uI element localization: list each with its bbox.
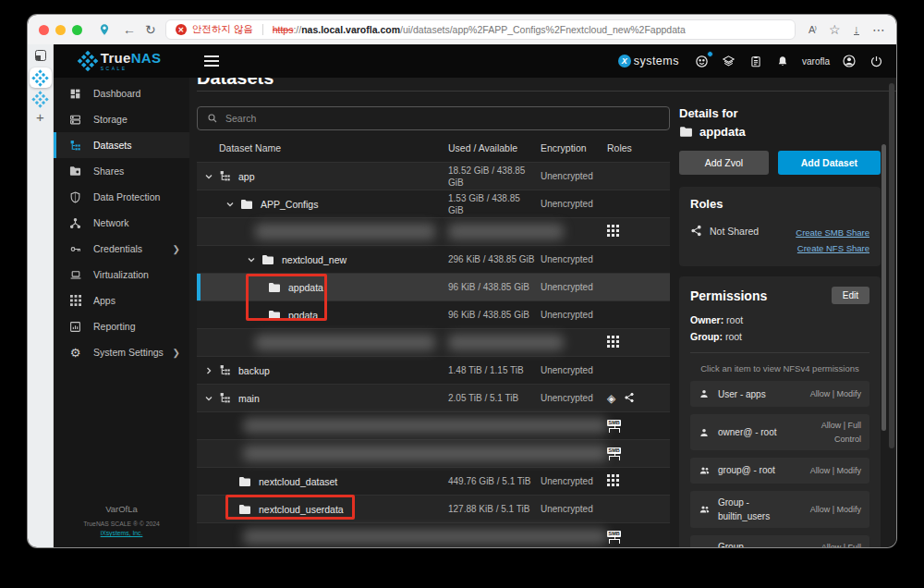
encryption-state: Unencrypted: [541, 393, 607, 403]
acl-item-builtin-users[interactable]: Group - builtin_users Allow | Modify: [690, 491, 869, 528]
sidebar-item-reporting[interactable]: Reporting: [54, 313, 189, 339]
acl-perm: Allow | Modify: [804, 503, 861, 516]
edit-permissions-button[interactable]: Edit: [832, 287, 869, 304]
power-icon[interactable]: [869, 54, 883, 68]
sidebar-item-datasets[interactable]: Datasets: [54, 132, 189, 158]
sidebar-item-storage[interactable]: Storage: [54, 106, 189, 132]
sidebar-item-dashboard[interactable]: Dashboard: [54, 80, 189, 106]
active-tab-truenas[interactable]: [30, 67, 52, 88]
minimize-window-button[interactable]: [55, 25, 66, 35]
acl-item-group-root[interactable]: group@ - root Allow | Modify: [690, 458, 869, 484]
page-scrollbar[interactable]: [889, 83, 894, 448]
reload-button[interactable]: ↻: [145, 23, 156, 36]
vertical-tab-strip: +: [28, 44, 54, 547]
sidebar-item-network[interactable]: Network: [54, 210, 189, 236]
sidebar-item-shares[interactable]: Shares: [54, 158, 189, 184]
more-menu-icon[interactable]: ⋯: [872, 23, 885, 36]
key-icon: [68, 243, 82, 255]
acl-item-user-apps[interactable]: User - apps Allow | Modify: [690, 381, 869, 407]
dashboard-icon: [68, 88, 82, 100]
used-available: 296 KiB / 438.85 GiB: [448, 253, 541, 265]
dataset-name: APP_Configs: [261, 199, 318, 210]
search-icon: [207, 113, 218, 124]
sidebar-item-apps[interactable]: Apps: [54, 288, 189, 313]
truenas-role-icon: ◈: [607, 393, 615, 404]
account-icon[interactable]: [842, 54, 857, 68]
table-row-main[interactable]: main 2.05 TiB / 5.1 TiB Unencrypted ◈: [197, 384, 670, 411]
permissions-card: Permissions Edit Owner: root Group: root…: [679, 276, 881, 547]
title-divider: [197, 91, 896, 92]
sidebar-label: Credentials: [93, 243, 142, 254]
feedback-icon[interactable]: [695, 54, 710, 68]
user-icon: [699, 427, 711, 438]
downloads-icon[interactable]: ↓: [854, 24, 860, 36]
add-dataset-button[interactable]: Add Dataset: [778, 151, 881, 175]
acl-item-owner-root[interactable]: owner@ - root Allow | Full Control: [690, 414, 869, 450]
sidebar-label: Storage: [93, 114, 128, 125]
sidebar-item-data-protection[interactable]: Data Protection: [54, 184, 189, 210]
storage-icon: [68, 114, 82, 126]
table-row-nextcloud-userdata[interactable]: nextcloud_userdata 127.88 KiB / 5.1 TiB …: [197, 495, 670, 522]
chevron-right-icon[interactable]: [204, 366, 219, 375]
maximize-window-button[interactable]: [72, 25, 82, 35]
dataset-name: nextcloud_userdata: [259, 504, 344, 515]
create-nfs-share-link[interactable]: Create NFS Share: [796, 240, 869, 256]
share-role-icon: [624, 392, 635, 405]
roles-card-title: Roles: [690, 197, 869, 211]
truecommand-icon[interactable]: [722, 54, 736, 68]
jobs-icon[interactable]: [748, 54, 763, 68]
back-button[interactable]: ←: [123, 23, 136, 36]
chevron-down-icon[interactable]: [225, 200, 240, 209]
table-row-app-configs[interactable]: APP_Configs 1.53 GiB / 438.85 GiB Unencr…: [197, 190, 670, 217]
close-window-button[interactable]: [39, 25, 49, 35]
add-zvol-button[interactable]: Add Zvol: [679, 151, 769, 175]
table-row-pgdata[interactable]: pgdata 96 KiB / 438.85 GiB Unencrypted: [197, 300, 670, 328]
table-row-redacted[interactable]: SMB: [197, 411, 670, 439]
chevron-down-icon[interactable]: [247, 255, 261, 264]
favorites-star-icon[interactable]: ☆: [829, 23, 841, 36]
tab-truenas-2[interactable]: [38, 97, 42, 101]
chevron-down-icon[interactable]: [204, 394, 219, 403]
table-row-backup[interactable]: backup 1.48 TiB / 1.15 TiB Unencrypted: [197, 356, 670, 384]
search-input[interactable]: Search: [197, 106, 670, 130]
dataset-name: pgdata: [288, 310, 318, 321]
encryption-state: Unencrypted: [541, 504, 607, 514]
truenas-logo[interactable]: TrueNAS SCALE: [54, 51, 189, 71]
table-row-redacted[interactable]: [197, 217, 670, 245]
table-row-nextcloud-new[interactable]: nextcloud_new 296 KiB / 438.85 GiB Unenc…: [197, 245, 670, 273]
used-available: 96 KiB / 438.85 GiB: [448, 309, 541, 321]
tab-actions-icon[interactable]: [35, 50, 46, 61]
table-row-appdata[interactable]: appdata 96 KiB / 438.85 GiB Unencrypted: [197, 273, 670, 300]
alerts-bell-icon[interactable]: [775, 54, 790, 68]
not-secure-icon: ✕: [176, 24, 187, 35]
company-link[interactable]: iXsystems, Inc.: [54, 530, 189, 536]
address-bar[interactable]: ✕ 안전하지 않음 https://nas.local.varofla.com/…: [165, 19, 796, 40]
url-text: https://nas.local.varofla.com/ui/dataset…: [273, 24, 686, 35]
new-tab-button[interactable]: +: [36, 109, 44, 125]
menu-toggle-icon[interactable]: [204, 55, 219, 67]
details-dataset-name: appdata: [699, 125, 746, 139]
smb-share-icon: SMB: [607, 447, 621, 460]
workspaces-pin-icon[interactable]: [97, 22, 112, 37]
truenas-app: TrueNAS SCALE X systems: [54, 44, 896, 547]
read-aloud-icon[interactable]: A⁾: [808, 24, 816, 36]
table-row-redacted[interactable]: SMB: [197, 439, 670, 467]
table-rows: app 18.52 GiB / 438.85 GiB Unencrypted: [197, 162, 670, 547]
sidebar-item-credentials[interactable]: Credentials ❯: [54, 236, 189, 262]
group-icon: [699, 465, 711, 476]
sidebar-label: Shares: [93, 165, 124, 177]
url-scheme-sep: ://: [293, 24, 301, 35]
table-row-redacted[interactable]: SMB: [197, 522, 670, 547]
acl-item-builtin-administrators[interactable]: Group - builtin_administrators Allow | F…: [690, 535, 869, 547]
encryption-state: Unencrypted: [541, 282, 607, 292]
table-row-nextcloud-dataset[interactable]: nextcloud_dataset 449.76 GiB / 5.1 TiB U…: [197, 467, 670, 495]
panel-scrollbar[interactable]: [881, 144, 886, 431]
sidebar-item-virtualization[interactable]: Virtualization: [54, 262, 189, 288]
table-row-redacted[interactable]: [197, 328, 670, 356]
table-row-app[interactable]: app 18.52 GiB / 438.85 GiB Unencrypted: [197, 162, 670, 190]
create-smb-share-link[interactable]: Create SMB Share: [796, 225, 869, 240]
toolbar-actions: A⁾ ☆ ↓ ⋯: [808, 23, 885, 36]
sidebar-item-system-settings[interactable]: ⚙ System Settings ❯: [54, 339, 189, 365]
chevron-down-icon[interactable]: [204, 172, 219, 181]
ixsystems-logo: X systems: [618, 55, 679, 67]
